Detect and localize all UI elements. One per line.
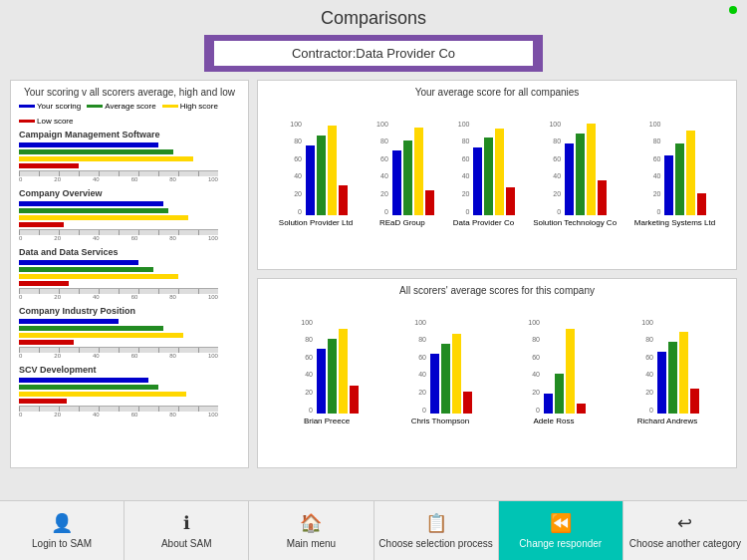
vchart-inner-0: 100806040200	[295, 319, 359, 414]
toolbar-icon-2: 🏠	[300, 512, 322, 534]
vchart-scale-3: 100806040200	[543, 121, 563, 215]
toolbar-label-1: About SAM	[161, 538, 212, 549]
bar-0-1	[19, 149, 173, 154]
vchart-bar-2-3	[506, 187, 515, 215]
toolbar-items: 👤Login to SAMℹAbout SAM🏠Main menu📋Choose…	[0, 501, 747, 560]
vchart-bar-0-2	[339, 329, 348, 414]
toolbar-icon-1: ℹ	[183, 512, 190, 534]
scale-4: 020406080100	[19, 412, 218, 418]
vchart-scale-1: 100806040200	[408, 319, 428, 414]
bar-2-0	[19, 260, 138, 265]
vchart-scale-1: 100806040200	[371, 121, 390, 215]
bar-row-3-3	[19, 339, 240, 345]
category-2: Data and Data Services020406080100	[19, 247, 240, 300]
vchart-bar-1-0	[392, 150, 401, 215]
bar-3-2	[19, 333, 183, 338]
vchart-bar-0-1	[328, 339, 337, 414]
toolbar-item-5[interactable]: ↩Choose another category	[623, 501, 747, 560]
bar-row-3-2	[19, 332, 240, 338]
vchart-label-3: Richard Andrews	[637, 417, 697, 426]
vchart-bars-3	[565, 121, 607, 215]
toolbar-label-2: Main menu	[287, 538, 336, 549]
category-label-2: Data and Data Services	[19, 247, 240, 257]
toolbar-item-0[interactable]: 👤Login to SAM	[0, 501, 124, 560]
vchart-inner-3: 100806040200	[635, 319, 699, 414]
scale-2: 020406080100	[19, 294, 218, 300]
bottom-right-panel: All scorers' average scores for this com…	[257, 278, 737, 468]
bottom-right-panel-title: All scorers' average scores for this com…	[266, 285, 728, 296]
vchart-col-2: 100806040200Data Provider Co	[451, 121, 515, 228]
bar-row-0-1	[19, 148, 240, 154]
category-3: Company Industry Position020406080100	[19, 306, 240, 359]
toolbar-icon-0: 👤	[51, 512, 73, 534]
bar-group-0	[19, 141, 240, 168]
category-1: Company Overview020406080100	[19, 188, 240, 241]
vchart-inner-4: 100806040200	[642, 121, 706, 215]
vchart-bar-2-0	[544, 394, 553, 414]
vchart-inner-1: 100806040200	[371, 121, 434, 215]
vchart-bar-0-0	[317, 349, 326, 414]
left-categories: Campaign Management Software020406080100…	[19, 130, 240, 418]
vchart-scale-0: 100806040200	[295, 319, 315, 414]
toolbar-label-3: Choose selection process	[378, 538, 493, 549]
vchart-bar-2-0	[473, 147, 482, 215]
vchart-bars-2	[544, 319, 586, 414]
toolbar-item-1[interactable]: ℹAbout SAM	[124, 501, 249, 560]
vchart-bar-1-3	[463, 392, 472, 414]
page-title: Comparisons	[0, 0, 747, 35]
bar-row-3-0	[19, 318, 240, 324]
bar-4-0	[19, 378, 148, 383]
toolbar-item-3[interactable]: 📋Choose selection process	[374, 501, 499, 560]
vchart-scale-3: 100806040200	[635, 319, 655, 414]
high-score-label: High score	[180, 102, 218, 111]
bar-row-4-2	[19, 391, 240, 397]
vchart-bar-2-2	[495, 129, 504, 215]
vchart-inner-1: 100806040200	[408, 319, 472, 414]
vchart-bars-1	[392, 121, 434, 215]
vchart-bar-1-3	[425, 190, 434, 215]
vchart-label-3: Solution Technology Co	[533, 218, 617, 228]
high-score-color	[162, 105, 178, 108]
vchart-bars-1	[430, 319, 472, 414]
bar-row-2-3	[19, 280, 240, 286]
toolbar-icon-5: ↩	[677, 512, 692, 534]
bar-0-2	[19, 156, 193, 161]
toolbar-item-4[interactable]: ⏪Change responder	[499, 501, 623, 560]
vchart-bar-3-3	[598, 180, 607, 215]
low-score-color	[19, 120, 35, 123]
bar-row-4-3	[19, 398, 240, 404]
vchart-col-0: 100806040200Brian Preece	[295, 319, 359, 426]
bar-4-2	[19, 392, 186, 397]
vchart-bar-1-2	[452, 334, 461, 414]
category-label-0: Campaign Management Software	[19, 130, 240, 140]
toolbar-label-0: Login to SAM	[32, 538, 92, 549]
left-panel-title: Your scoring v all scorers average, high…	[19, 87, 240, 98]
bar-row-2-1	[19, 266, 240, 272]
vchart-bar-3-2	[679, 332, 688, 414]
average-score-label: Average score	[105, 102, 155, 111]
bar-row-1-1	[19, 207, 240, 213]
bar-2-3	[19, 281, 69, 286]
vchart-bar-2-3	[577, 404, 586, 414]
vchart-scale-0: 100806040200	[284, 121, 304, 215]
vchart-bars-0	[317, 319, 359, 414]
right-panels: Your average score for all companies 100…	[257, 80, 737, 468]
vchart-bar-4-1	[675, 143, 684, 215]
bar-2-1	[19, 267, 153, 272]
bar-3-1	[19, 326, 163, 331]
vchart-label-2: Adele Ross	[534, 417, 575, 426]
legend-your-scoring: Your scoring	[19, 102, 81, 111]
bar-row-1-2	[19, 214, 240, 220]
vchart-bar-1-0	[430, 354, 439, 414]
bar-1-2	[19, 215, 188, 220]
vchart-bar-0-0	[306, 145, 315, 215]
companies-chart: 100806040200Solution Provider Ltd1008060…	[266, 104, 728, 228]
vchart-bar-3-0	[565, 143, 574, 215]
vchart-label-2: Data Provider Co	[453, 218, 514, 228]
category-label-4: SCV Development	[19, 365, 240, 375]
category-label-3: Company Industry Position	[19, 306, 240, 316]
toolbar: 👤Login to SAMℹAbout SAM🏠Main menu📋Choose…	[0, 500, 747, 560]
toolbar-item-2[interactable]: 🏠Main menu	[249, 501, 374, 560]
top-right-panel-title: Your average score for all companies	[266, 87, 728, 98]
vchart-bar-2-2	[566, 329, 575, 414]
